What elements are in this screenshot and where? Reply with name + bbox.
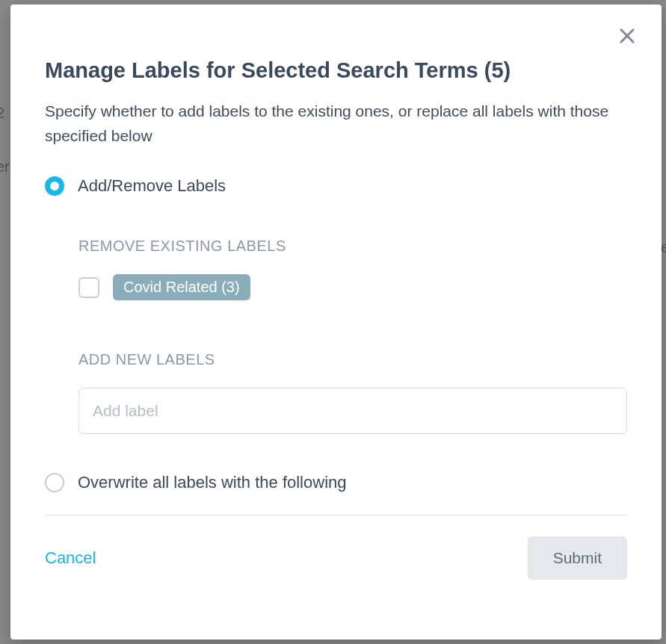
close-button[interactable] [614, 22, 641, 49]
manage-labels-modal: Manage Labels for Selected Search Terms … [10, 4, 662, 640]
label-chip: Covid Related (3) [113, 274, 250, 300]
radio-option-add-remove[interactable]: Add/Remove Labels [45, 176, 627, 196]
cancel-button[interactable]: Cancel [45, 548, 96, 568]
modal-footer: Cancel Submit [45, 536, 627, 580]
background-text: er [0, 158, 10, 176]
radio-label: Overwrite all labels with the following [78, 473, 347, 492]
close-icon [617, 25, 638, 46]
modal-title: Manage Labels for Selected Search Terms … [45, 58, 627, 83]
divider [45, 515, 627, 515]
existing-label-row: Covid Related (3) [78, 274, 627, 300]
remove-labels-heading: REMOVE EXISTING LABELS [78, 238, 627, 255]
add-labels-heading: ADD NEW LABELS [78, 351, 627, 368]
radio-input-add-remove[interactable] [45, 176, 64, 196]
radio-option-overwrite[interactable]: Overwrite all labels with the following [45, 473, 627, 492]
radio-label: Add/Remove Labels [78, 176, 226, 196]
label-checkbox[interactable] [78, 277, 99, 298]
add-label-input[interactable] [78, 388, 627, 434]
submit-button[interactable]: Submit [528, 536, 627, 580]
radio-input-overwrite[interactable] [45, 473, 64, 492]
background-text: 2 [0, 105, 4, 122]
modal-subtitle: Specify whether to add labels to the exi… [45, 99, 627, 148]
